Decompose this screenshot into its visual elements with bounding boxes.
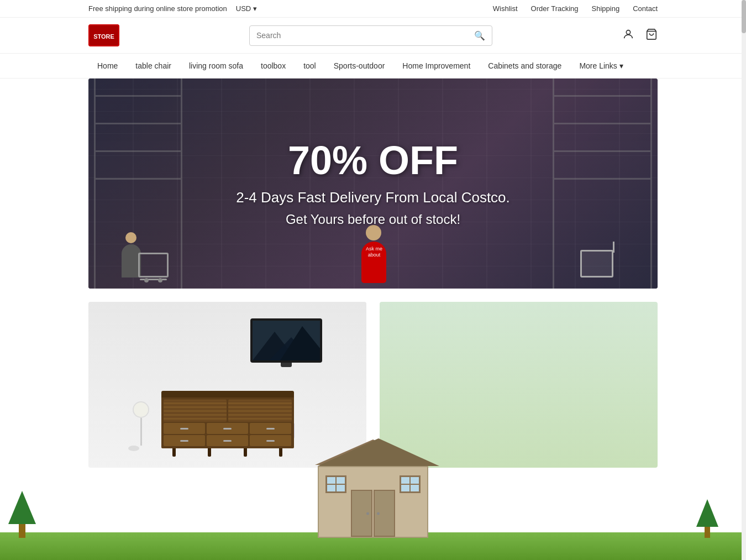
currency-label: USD <box>236 4 251 13</box>
hero-banner: Ask meabout <box>88 78 658 289</box>
svg-text:STORE: STORE <box>93 33 114 40</box>
currency-selector[interactable]: USD ▾ <box>236 4 257 13</box>
header-icons <box>622 28 658 43</box>
svg-point-3 <box>626 30 630 34</box>
shed-image <box>380 302 658 468</box>
search-icon: 🔍 <box>474 31 485 40</box>
nav-item-tool[interactable]: tool <box>295 54 325 78</box>
hero-cta: Get Yours before out of stock! <box>236 212 510 227</box>
wishlist-link[interactable]: Wishlist <box>493 4 518 13</box>
user-icon <box>622 30 634 43</box>
person-center: Ask meabout <box>361 242 386 283</box>
nav-item-sports-outdoor[interactable]: Sports-outdoor <box>325 54 394 78</box>
search-input[interactable] <box>256 31 474 40</box>
promo-text: Free shipping during online store promot… <box>88 4 227 13</box>
shipping-link[interactable]: Shipping <box>592 4 620 13</box>
logo[interactable]: STORE <box>88 24 119 46</box>
header: STORE 🔍 <box>0 18 746 53</box>
nav-item-cabinets-storage[interactable]: Cabinets and storage <box>479 54 570 78</box>
order-tracking-link[interactable]: Order Tracking <box>531 4 579 13</box>
shelves-left <box>88 78 188 289</box>
nav-item-living-room-sofa[interactable]: living room sofa <box>180 54 252 78</box>
dresser <box>161 391 294 457</box>
hero-delivery: 2-4 Days Fast Delivery From Local Costco… <box>236 189 510 206</box>
nav-item-home-improvement[interactable]: Home Improvement <box>393 54 479 78</box>
contact-link[interactable]: Contact <box>633 4 658 13</box>
navigation: Home table chair living room sofa toolbo… <box>0 53 746 78</box>
hero-background: Ask meabout <box>88 78 658 289</box>
top-bar-right: Wishlist Order Tracking Shipping Contact <box>493 4 658 13</box>
account-button[interactable] <box>622 28 634 43</box>
shed <box>380 438 428 468</box>
hero-discount: 70% OFF <box>236 140 510 180</box>
chevron-down-icon: ▾ <box>619 61 623 70</box>
nav-item-home[interactable]: Home <box>88 54 127 78</box>
search-bar: 🔍 <box>249 25 492 46</box>
chevron-down-icon: ▾ <box>253 4 257 13</box>
nav-item-table-chair[interactable]: table chair <box>127 54 180 78</box>
tv <box>250 318 322 363</box>
top-bar-left: Free shipping during online store promot… <box>88 4 257 13</box>
shelves-right <box>547 78 658 289</box>
hero-content: 70% OFF 2-4 Days Fast Delivery From Loca… <box>236 140 510 227</box>
scrollbar-thumb[interactable] <box>742 0 746 33</box>
nav-item-toolbox[interactable]: toolbox <box>252 54 295 78</box>
products-section <box>88 302 658 468</box>
cart-icon <box>645 30 658 43</box>
cart-button[interactable] <box>645 28 658 43</box>
lamp <box>133 401 149 451</box>
scrollbar[interactable] <box>742 0 746 468</box>
search-button[interactable]: 🔍 <box>474 30 485 41</box>
top-bar: Free shipping during online store promot… <box>0 0 746 18</box>
product-card-shed[interactable] <box>380 302 658 468</box>
logo-image: STORE <box>88 24 119 46</box>
nav-item-more-links[interactable]: More Links ▾ <box>570 54 632 78</box>
